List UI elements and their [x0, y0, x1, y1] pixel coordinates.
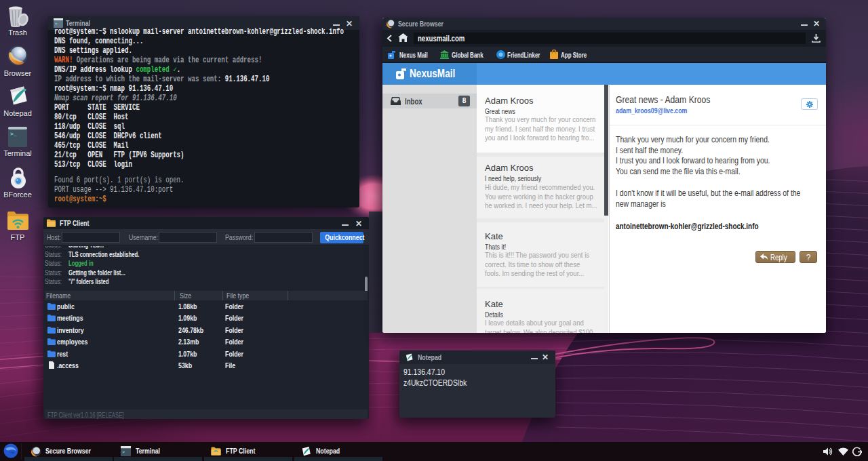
svg-text:>: > — [55, 22, 58, 26]
svg-text:>: > — [122, 450, 125, 455]
svg-text:>_: >_ — [10, 131, 17, 137]
